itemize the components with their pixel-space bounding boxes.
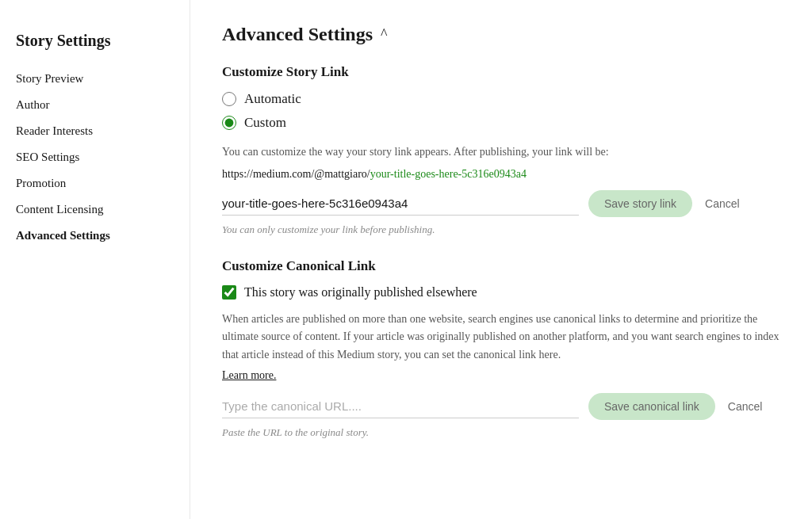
radio-custom[interactable]	[222, 116, 236, 130]
canonical-paste-hint: Paste the URL to the original story.	[222, 426, 780, 439]
canonical-input-row: Save canonical link Cancel	[222, 393, 780, 420]
customize-story-link-section: Customize Story Link Automatic Custom Yo…	[222, 64, 780, 236]
customize-canonical-link-title: Customize Canonical Link	[222, 258, 780, 274]
story-link-radio-group: Automatic Custom	[222, 91, 780, 131]
story-link-preview: https://medium.com/@mattgiaro/your-title…	[222, 168, 780, 181]
canonical-url-input[interactable]	[222, 395, 579, 418]
sidebar-item-author[interactable]: Author	[16, 92, 174, 118]
radio-automatic-option[interactable]: Automatic	[222, 91, 780, 107]
section-header: Advanced Settings ^	[222, 24, 780, 45]
radio-custom-label: Custom	[244, 115, 286, 131]
story-link-slug: your-title-goes-here-5c316e0943a4	[370, 168, 527, 180]
sidebar-item-content-licensing[interactable]: Content Licensing	[16, 197, 174, 223]
sidebar-item-seo-settings[interactable]: SEO Settings	[16, 144, 174, 170]
save-story-link-button[interactable]: Save story link	[588, 190, 692, 217]
sidebar: Story Settings Story Preview Author Read…	[0, 0, 190, 519]
sidebar-item-advanced-settings[interactable]: Advanced Settings	[16, 223, 174, 249]
learn-more-link[interactable]: Learn more.	[222, 369, 276, 381]
customize-canonical-link-section: Customize Canonical Link This story was …	[222, 258, 780, 439]
story-link-hint: You can only customize your link before …	[222, 223, 780, 236]
cancel-story-link-button[interactable]: Cancel	[702, 190, 743, 217]
canonical-description: When articles are published on more than…	[222, 311, 780, 364]
save-canonical-link-button[interactable]: Save canonical link	[588, 393, 715, 420]
sidebar-nav: Story Preview Author Reader Interests SE…	[16, 66, 174, 249]
sidebar-item-reader-interests[interactable]: Reader Interests	[16, 118, 174, 144]
canonical-checkbox[interactable]	[222, 285, 236, 300]
main-content: Advanced Settings ^ Customize Story Link…	[190, 0, 812, 519]
sidebar-item-story-preview[interactable]: Story Preview	[16, 66, 174, 92]
page-title: Advanced Settings	[222, 24, 373, 45]
chevron-up-icon: ^	[381, 26, 387, 43]
story-link-input[interactable]	[222, 192, 579, 216]
story-link-input-row: Save story link Cancel	[222, 190, 780, 217]
story-link-description: You can customize the way your story lin…	[222, 143, 780, 160]
customize-story-link-title: Customize Story Link	[222, 64, 780, 80]
radio-automatic[interactable]	[222, 92, 236, 106]
sidebar-item-promotion[interactable]: Promotion	[16, 170, 174, 197]
radio-custom-option[interactable]: Custom	[222, 115, 780, 131]
cancel-canonical-link-button[interactable]: Cancel	[725, 393, 766, 420]
radio-automatic-label: Automatic	[244, 91, 301, 107]
canonical-checkbox-row: This story was originally published else…	[222, 285, 780, 300]
story-link-base: https://medium.com/@mattgiaro/	[222, 168, 370, 180]
canonical-checkbox-label: This story was originally published else…	[244, 285, 477, 300]
sidebar-title: Story Settings	[16, 32, 174, 50]
